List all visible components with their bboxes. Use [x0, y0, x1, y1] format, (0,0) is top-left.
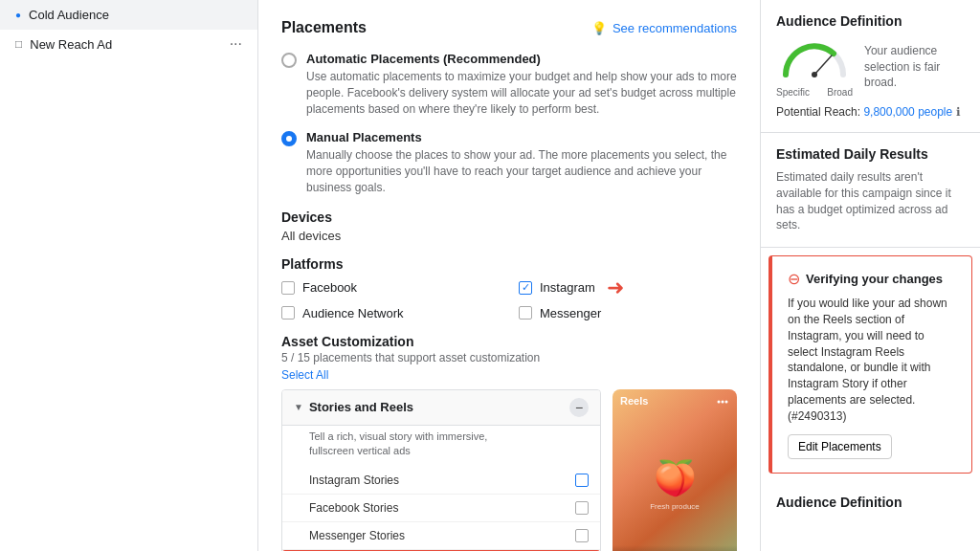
sidebar-item-cold-audience[interactable]: ● Cold Audience [0, 0, 257, 30]
reels-image-content: 🍑 Fresh produce [650, 458, 700, 511]
svg-point-4 [812, 72, 817, 77]
gauge-chart: Specific Broad [776, 36, 853, 98]
stories-reels-desc: Tell a rich, visual story with immersive… [282, 426, 600, 467]
stories-reels-minus-button[interactable]: − [569, 398, 589, 417]
verifying-text: If you would like your ad shown on the R… [788, 296, 956, 424]
verifying-warning-icon: ⊖ [788, 270, 800, 288]
reels-preview-card: Reels 🍑 Fresh produce [612, 389, 737, 551]
placement-list-container: ▼ Stories and Reels − Tell a rich, visua… [281, 389, 601, 551]
audience-definition-bottom-section: Audience Definition [761, 481, 980, 531]
select-all-link[interactable]: Select All [281, 368, 737, 382]
placements-header: Placements 💡 See recommendations [281, 19, 737, 36]
ad-folder-icon: □ [15, 37, 22, 51]
audience-definition-section: Audience Definition Specific Broad [761, 0, 980, 133]
more-options-icon[interactable]: ··· [230, 35, 242, 53]
asset-customization-subtitle: 5 / 15 placements that support asset cus… [281, 351, 737, 364]
gauge-specific-label: Specific [776, 87, 810, 98]
estimated-daily-section: Estimated Daily Results Estimated daily … [761, 133, 980, 248]
manual-radio[interactable] [281, 131, 297, 146]
potential-reach-info-icon: ℹ [956, 105, 961, 119]
placements-title: Placements [281, 19, 367, 36]
lightbulb-icon: 💡 [591, 21, 607, 35]
estimated-daily-text: Estimated daily results aren't available… [776, 169, 965, 233]
see-recommendations-label: See recommendations [612, 21, 737, 35]
see-recommendations-link[interactable]: 💡 See recommendations [591, 21, 737, 35]
potential-reach: Potential Reach: 9,800,000 people ℹ [776, 105, 965, 119]
cold-audience-label: Cold Audience [29, 8, 109, 22]
svg-line-3 [814, 55, 832, 75]
manual-option-desc: Manually choose the places to show your … [306, 147, 737, 195]
platforms-title: Platforms [281, 256, 737, 272]
gauge-labels: Specific Broad [776, 87, 853, 98]
right-panel: Audience Definition Specific Broad [760, 0, 980, 551]
automatic-option-title: Automatic Placements (Recommended) [306, 52, 737, 66]
audience-description: Your audience selection is fair broad. [864, 43, 965, 91]
manual-option-text: Manual Placements Manually choose the pl… [306, 130, 737, 195]
placement-list-area: ▼ Stories and Reels − Tell a rich, visua… [281, 389, 737, 551]
verifying-section: ⊖ Verifying your changes If you would li… [768, 255, 972, 473]
platform-audience-network[interactable]: Audience Network [281, 306, 500, 320]
automatic-placement-option[interactable]: Automatic Placements (Recommended) Use a… [281, 52, 737, 117]
reels-overlay: Stock up on our full, in-season selectio… [612, 545, 737, 551]
facebook-stories-label: Facebook Stories [309, 501, 575, 515]
platform-messenger[interactable]: Messenger [519, 306, 737, 320]
manual-option-title: Manual Placements [306, 130, 737, 144]
automatic-option-desc: Use automatic placements to maximize you… [306, 69, 737, 117]
instagram-stories-label: Instagram Stories [309, 474, 575, 487]
sidebar-item-new-reach-ad[interactable]: □ New Reach Ad ··· [0, 30, 257, 58]
facebook-stories-checkbox[interactable] [575, 501, 589, 515]
new-reach-ad-label: New Reach Ad [30, 37, 112, 52]
gauge-svg [776, 36, 853, 84]
placement-row-facebook-stories: Facebook Stories [282, 495, 600, 522]
devices-value: All devices [281, 229, 737, 243]
platforms-grid: Facebook ✓ Instagram ➜ Audience Network … [281, 276, 737, 320]
devices-title: Devices [281, 209, 737, 225]
platform-instagram[interactable]: ✓ Instagram ➜ [519, 276, 737, 300]
red-arrow-icon: ➜ [607, 276, 624, 300]
gauge-broad-label: Broad [827, 87, 853, 98]
platform-facebook[interactable]: Facebook [281, 276, 500, 300]
instagram-label: Instagram [540, 280, 595, 295]
reels-preview-container: Reels 🍑 Fresh produce [612, 389, 737, 551]
stories-reels-header: ▼ Stories and Reels − [282, 390, 600, 426]
messenger-stories-label: Messenger Stories [309, 529, 575, 542]
automatic-option-text: Automatic Placements (Recommended) Use a… [306, 52, 737, 117]
estimated-daily-title: Estimated Daily Results [776, 146, 965, 162]
messenger-checkbox[interactable] [519, 306, 532, 320]
placement-list: ▼ Stories and Reels − Tell a rich, visua… [281, 389, 601, 551]
audience-network-checkbox[interactable] [281, 306, 295, 320]
instagram-checkbox[interactable]: ✓ [519, 281, 532, 295]
facebook-checkbox[interactable] [281, 281, 295, 295]
edit-placements-button[interactable]: Edit Placements [788, 434, 892, 459]
svg-point-0 [718, 400, 721, 403]
manual-placement-option[interactable]: Manual Placements Manually choose the pl… [281, 130, 737, 195]
potential-reach-label: Potential Reach: [776, 105, 860, 119]
audience-definition-title: Audience Definition [776, 13, 965, 29]
verifying-header: ⊖ Verifying your changes [788, 270, 956, 288]
messenger-stories-checkbox[interactable] [575, 529, 589, 542]
collapse-icon[interactable]: ▼ [294, 402, 303, 412]
asset-customization-title: Asset Customization [281, 334, 737, 349]
verifying-title: Verifying your changes [806, 272, 943, 286]
main-content: Placements 💡 See recommendations Automat… [258, 0, 760, 551]
placement-row-instagram-stories: Instagram Stories [282, 467, 600, 495]
cold-audience-dot-icon: ● [15, 10, 21, 20]
reels-background-image: 🍑 Fresh produce [612, 389, 737, 551]
reels-options-icon [716, 395, 729, 411]
audience-network-label: Audience Network [302, 306, 404, 320]
gauge-container: Specific Broad Your audience selection i… [776, 36, 965, 98]
svg-point-1 [722, 400, 724, 403]
placement-row-messenger-stories: Messenger Stories [282, 522, 600, 550]
automatic-radio[interactable] [281, 53, 297, 68]
svg-point-2 [725, 400, 728, 403]
sidebar: ● Cold Audience □ New Reach Ad ··· [0, 0, 258, 551]
reels-label: Reels [620, 395, 648, 407]
stories-reels-title: Stories and Reels [309, 400, 569, 414]
facebook-label: Facebook [302, 280, 357, 295]
potential-reach-value: 9,800,000 people [863, 105, 952, 119]
audience-definition-bottom-title: Audience Definition [776, 495, 965, 510]
messenger-label: Messenger [540, 306, 601, 320]
placements-panel: Placements 💡 See recommendations Automat… [258, 0, 760, 551]
instagram-stories-checkbox[interactable] [575, 474, 589, 487]
